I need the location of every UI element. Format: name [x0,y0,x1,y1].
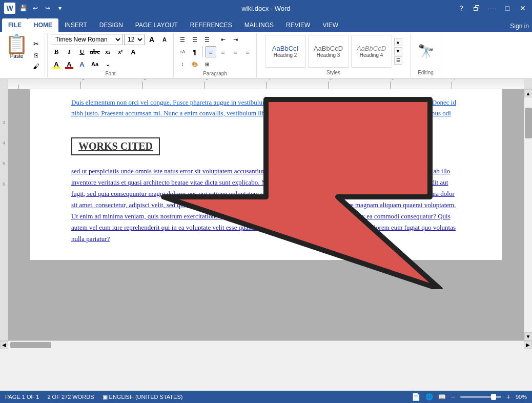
font-color-button[interactable]: A [64,58,75,70]
format-painter-button[interactable]: 🖌 [30,62,42,72]
maximize-button[interactable]: □ [502,3,513,13]
text-highlight-button[interactable]: A [51,58,62,70]
borders-button[interactable]: ⊞ [201,58,213,70]
decrease-indent-button[interactable]: ⇤ [217,34,229,45]
font-family-select[interactable]: Times New Roman Arial Calibri [51,34,122,45]
scroll-right-button[interactable]: ▶ [524,341,532,349]
tab-references[interactable]: REFERENCES [184,18,238,32]
zoom-slider-track[interactable] [460,396,501,398]
ruler-mark-4: 4 [266,82,328,89]
styles-scroll-down[interactable]: ▼ [394,47,402,55]
font-dialog-button[interactable]: ⌄ [102,58,113,70]
window-title: wiki.docx - Word [241,5,290,12]
spelling-icon: ▣ [103,394,108,400]
cut-button[interactable]: ✂ [30,39,42,49]
scroll-up-button[interactable]: ▲ [524,89,533,97]
document-scroll-area[interactable]: Duis elementum non orci vel congue. Fusc… [8,89,524,340]
works-cited-heading: WORKS CITED [71,137,160,155]
superscript-button[interactable]: x² [115,46,126,57]
tab-page-layout[interactable]: PAGE LAYOUT [129,18,184,32]
ruler-marks: 1 2 3 4 5 6 7 [8,79,524,89]
shading-button[interactable]: 🎨 [189,58,200,70]
sort-button[interactable]: ↕A [177,46,188,57]
copy-button[interactable]: ⎘ [30,50,42,61]
scroll-h-thumb[interactable] [10,342,51,348]
ruler-mark-6: 6 [390,82,452,89]
align-left-button[interactable]: ≡ [205,46,216,57]
text-effects-button[interactable]: A [76,58,88,70]
italic-button[interactable]: I [64,46,75,57]
ruler-mark-7: 7 [452,82,514,89]
tab-review[interactable]: REVIEW [280,18,316,32]
scroll-left-button[interactable]: ◀ [0,341,8,349]
spacing-buttons-row: ↕ 🎨 ⊞ [177,58,253,70]
undo-icon[interactable]: ↩ [31,4,40,13]
styles-gallery: AaBbCcI Heading 2 AaBbCcD Heading 3 AaBb… [265,34,402,69]
restore-button[interactable]: 🗗 [472,3,482,13]
tab-mailings[interactable]: MAILINGS [238,18,280,32]
doc-view-icon[interactable]: 📄 [412,393,420,401]
read-mode-icon[interactable]: 📖 [438,393,446,400]
editing-controls: 🔭 [418,34,434,69]
title-bar: W 💾 ↩ ↪ ▾ wiki.docx - Word ? 🗗 — □ ✕ [0,0,532,16]
bold-button[interactable]: B [51,46,62,57]
plus-zoom-button[interactable]: + [506,393,510,401]
heading2-style[interactable]: AaBbCcI Heading 2 [265,35,306,68]
shrink-font-button[interactable]: A [159,34,170,45]
qa-dropdown-icon[interactable]: ▾ [55,4,65,13]
redo-icon[interactable]: ↪ [43,4,52,13]
line-spacing-button[interactable]: ↕ [177,58,188,70]
tab-file[interactable]: FILE [2,18,28,32]
strikethrough-button[interactable]: abc [89,46,100,57]
change-case-button[interactable]: Aa [89,58,100,70]
bullet-list-button[interactable]: ☰ [177,34,188,45]
align-center-button[interactable]: ≡ [217,46,229,57]
font-size-select[interactable]: 12 10 14 [124,34,145,45]
close-button[interactable]: ✕ [518,3,528,13]
styles-more[interactable]: ☰ [394,56,402,65]
scroll-thumb[interactable] [525,108,532,138]
help-button[interactable]: ? [456,3,466,13]
ribbon-tabs: FILE HOME INSERT DESIGN PAGE LAYOUT REFE… [0,16,532,32]
signin-button[interactable]: Sign in [510,23,529,32]
divider [215,34,215,45]
multilevel-list-button[interactable]: ☰ [201,34,213,45]
justify-button[interactable]: ≡ [242,46,253,57]
heading3-preview: AaBbCcD [314,45,343,52]
status-bar: PAGE 1 OF 1 2 OF 272 WORDS ▣ ENGLISH (UN… [0,391,532,403]
grow-font-button[interactable]: A [146,34,157,45]
paste-label: Paste [10,53,24,59]
tab-design[interactable]: DESIGN [93,18,129,32]
document-page: Duis elementum non orci vel congue. Fusc… [30,89,502,260]
font-label: Font [105,71,115,77]
underline-button[interactable]: U [76,46,88,57]
heading4-style[interactable]: AaBbCcD Heading 4 [351,35,392,68]
ruler-area: 1 2 3 4 5 6 7 [0,79,532,89]
show-marks-button[interactable]: ¶ [189,46,200,57]
editing-group: 🔭 Editing [411,33,441,77]
minimize-button[interactable]: — [487,3,497,13]
heading2-preview: AaBbCcI [272,45,298,52]
tab-view[interactable]: VIEW [316,18,344,32]
font-color-row: A A A Aa ⌄ [51,58,170,70]
subscript-button[interactable]: x₂ [102,46,113,57]
paragraph-group: ☰ ☰ ☰ ⇤ ⇥ ↕A ¶ ≡ ≡ ≡ ≡ ↕ 🎨 ⊞ Para [174,33,257,77]
minus-zoom-button[interactable]: − [451,393,455,401]
heading3-style[interactable]: AaBbCcD Heading 3 [308,35,349,68]
paste-button[interactable]: 📋 Paste [3,34,30,76]
tab-home[interactable]: HOME [28,18,58,32]
web-view-icon[interactable]: 🌐 [425,393,433,400]
paste-icon: 📋 [5,35,28,53]
save-icon[interactable]: 💾 [18,4,28,13]
clear-format-button[interactable]: A [128,46,139,57]
numbered-list-button[interactable]: ☰ [189,34,200,45]
increase-indent-button[interactable]: ⇥ [230,34,241,45]
title-bar-right: ? 🗗 — □ ✕ [456,3,528,13]
tab-insert[interactable]: INSERT [58,18,93,32]
styles-scroll-up[interactable]: ▲ [394,38,402,46]
works-cited-section: WORKS CITED [71,129,461,160]
styles-scroll-buttons: ▲ ▼ ☰ [394,38,402,65]
zoom-thumb[interactable] [491,394,496,400]
align-right-button[interactable]: ≡ [230,46,241,57]
scroll-down-button[interactable]: ▼ [524,332,533,340]
